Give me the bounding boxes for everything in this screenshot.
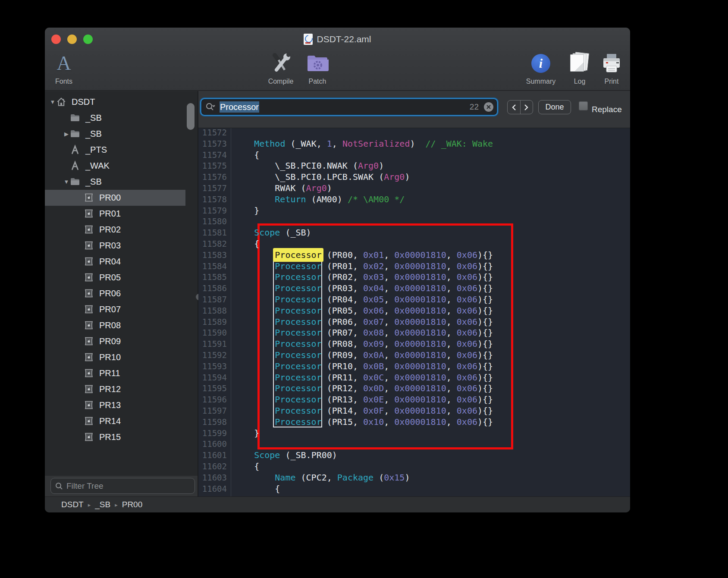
breadcrumb-item-sb[interactable]: _SB (95, 500, 110, 509)
code-line-11604[interactable]: 11604 { (198, 483, 630, 494)
sidebar-scrollbar-thumb[interactable] (187, 103, 195, 130)
code-line-11582[interactable]: 11582 { (198, 238, 630, 249)
code-line-11577[interactable]: 11577 RWAK (Arg0) (198, 182, 630, 194)
code-line-11603[interactable]: 11603 Name (CPC2, Package (0x15) (198, 472, 630, 483)
tree-item-pr09-15[interactable]: PR09 (45, 333, 198, 349)
tree-item-pr06-12[interactable]: PR06 (45, 286, 198, 302)
toolbar-compile-button[interactable]: Compile (263, 50, 299, 85)
tree-item-pr01-7[interactable]: PR01 (45, 206, 198, 222)
tree-item-pr11-17[interactable]: PR11 (45, 365, 198, 381)
code-line-11587[interactable]: 11587 Processor (PR04, 0x05, 0x00001810,… (198, 294, 630, 305)
code-line-11576[interactable]: 11576 \_SB.PCI0.LPCB.SWAK (Arg0) (198, 171, 630, 182)
replace-label: Replace (592, 91, 622, 128)
done-button[interactable]: Done (538, 100, 571, 114)
app-window: DSDT-22.aml A Fonts Compile (45, 28, 630, 512)
line-text: Processor (PR12, 0x0D, 0x00001810, 0x06)… (233, 383, 493, 394)
tree-item-pr10-16[interactable]: PR10 (45, 349, 198, 365)
tree-item-pr04-10[interactable]: PR04 (45, 254, 198, 270)
tree-item-pr00-6[interactable]: PR00 (45, 190, 185, 206)
toolbar-print-button[interactable]: Print (593, 50, 630, 85)
line-text: Processor (PR10, 0x0B, 0x00001810, 0x06)… (233, 361, 493, 372)
tree-item-pr15-21[interactable]: PR15 (45, 429, 198, 445)
tree-item-sb-5[interactable]: ▼_SB (45, 174, 198, 190)
toolbar-fonts-button[interactable]: A Fonts (46, 50, 82, 85)
code-line-11599[interactable]: 11599 } (198, 427, 630, 439)
code-area[interactable]: 1157211573 Method (_WAK, 1, NotSerialize… (198, 128, 630, 496)
line-text: Processor (PR11, 0x0C, 0x00001810, 0x06)… (233, 372, 493, 383)
namespace-tree: ▼DSDT_SB▶_SB_PTS_WAK▼_SBPR00PR01PR02PR03… (45, 91, 198, 476)
code-line-11584[interactable]: 11584 Processor (PR01, 0x02, 0x00001810,… (198, 261, 630, 272)
code-line-11590[interactable]: 11590 Processor (PR07, 0x08, 0x00001810,… (198, 327, 630, 338)
breadcrumb-item-dsdt[interactable]: DSDT (61, 500, 84, 509)
line-number: 11604 (198, 483, 227, 494)
tree-item-label: _SB (85, 129, 102, 139)
code-line-11597[interactable]: 11597 Processor (PR14, 0x0F, 0x00001810,… (198, 405, 630, 416)
disclosure-triangle[interactable]: ▶ (63, 131, 70, 137)
search-scope-icon[interactable] (206, 103, 215, 111)
tree-item-pr14-20[interactable]: PR14 (45, 413, 198, 429)
tree-item-dsdt-0[interactable]: ▼DSDT (45, 94, 198, 110)
clear-search-button[interactable] (484, 102, 493, 112)
tree-item-pr05-11[interactable]: PR05 (45, 270, 198, 286)
code-line-11588[interactable]: 11588 Processor (PR05, 0x06, 0x00001810,… (198, 305, 630, 316)
code-line-11593[interactable]: 11593 Processor (PR10, 0x0B, 0x00001810,… (198, 361, 630, 372)
method-icon (70, 160, 80, 171)
line-number: 11585 (198, 271, 227, 283)
find-next-button[interactable] (521, 101, 533, 114)
tree-item-pts-3[interactable]: _PTS (45, 142, 198, 158)
tree-item-sb-1[interactable]: _SB (45, 110, 198, 126)
code-line-11573[interactable]: 11573 Method (_WAK, 1, NotSerialized) //… (198, 138, 630, 149)
disclosure-triangle[interactable]: ▼ (49, 99, 56, 105)
code-line-11601[interactable]: 11601 Scope (_SB.PR00) (198, 449, 630, 461)
tree-item-pr07-13[interactable]: PR07 (45, 302, 198, 317)
breadcrumb: DSDT▸_SB▸PR00 (45, 496, 630, 512)
tree-item-sb-2[interactable]: ▶_SB (45, 126, 198, 142)
breadcrumb-item-pr00[interactable]: PR00 (122, 500, 143, 509)
match-count: 22 (470, 102, 479, 112)
tree-item-pr02-8[interactable]: PR02 (45, 222, 198, 238)
code-line-11585[interactable]: 11585 Processor (PR02, 0x03, 0x00001810,… (198, 271, 630, 283)
code-line-11575[interactable]: 11575 \_SB.PCI0.NWAK (Arg0) (198, 160, 630, 171)
code-line-11594[interactable]: 11594 Processor (PR11, 0x0C, 0x00001810,… (198, 372, 630, 383)
replace-checkbox[interactable] (579, 101, 588, 110)
find-query-text: Processor (220, 101, 259, 113)
code-line-11572[interactable]: 11572 (198, 128, 630, 138)
code-line-11580[interactable]: 11580 (198, 216, 630, 227)
line-text: { (233, 149, 259, 160)
code-line-11600[interactable]: 11600 (198, 438, 630, 449)
find-input[interactable]: Processor 22 (200, 98, 498, 116)
code-line-11592[interactable]: 11592 Processor (PR09, 0x0A, 0x00001810,… (198, 349, 630, 361)
code-line-11581[interactable]: 11581 Scope (_SB) (198, 227, 630, 238)
code-line-11586[interactable]: 11586 Processor (PR03, 0x04, 0x00001810,… (198, 283, 630, 294)
code-line-11595[interactable]: 11595 Processor (PR12, 0x0D, 0x00001810,… (198, 383, 630, 394)
toolbar-summary-button[interactable]: i Summary (523, 50, 559, 85)
line-number: 11603 (198, 472, 227, 483)
line-number: 11596 (198, 394, 227, 405)
folder-icon (70, 113, 80, 123)
tree-item-pr08-14[interactable]: PR08 (45, 317, 198, 333)
toolbar-patch-button[interactable]: Patch (299, 50, 336, 85)
code-line-11589[interactable]: 11589 Processor (PR06, 0x07, 0x00001810,… (198, 316, 630, 327)
line-text: Processor (PR01, 0x02, 0x00001810, 0x06)… (233, 261, 493, 272)
line-text: Method (_WAK, 1, NotSerialized) // _WAK:… (233, 138, 493, 149)
code-line-11574[interactable]: 11574 { (198, 149, 630, 160)
code-line-11598[interactable]: 11598 Processor (PR15, 0x10, 0x00001810,… (198, 416, 630, 427)
tree-item-pr03-9[interactable]: PR03 (45, 238, 198, 254)
code-line-11583[interactable]: 11583 Processor (PR00, 0x01, 0x00001810,… (198, 249, 630, 261)
tree-item-wak-4[interactable]: _WAK (45, 158, 198, 174)
toolbar-log-button[interactable]: Log (562, 50, 598, 85)
filter-tree-input[interactable]: Filter Tree (50, 478, 195, 494)
tree-item-pr12-18[interactable]: PR12 (45, 381, 198, 397)
line-text: Scope (_SB.PR00) (233, 449, 337, 461)
find-previous-button[interactable] (508, 101, 521, 114)
code-line-11591[interactable]: 11591 Processor (PR08, 0x09, 0x00001810,… (198, 338, 630, 349)
disclosure-triangle[interactable]: ▼ (63, 179, 70, 185)
code-line-11578[interactable]: 11578 Return (AM00) /* \AM00 */ (198, 194, 630, 205)
code-line-11602[interactable]: 11602 { (198, 461, 630, 472)
tree-item-pr13-19[interactable]: PR13 (45, 397, 198, 413)
chevron-right-icon (524, 104, 529, 111)
processor-icon (84, 209, 94, 218)
code-line-11579[interactable]: 11579 } (198, 205, 630, 216)
document-proxy-icon[interactable] (304, 34, 313, 45)
code-line-11596[interactable]: 11596 Processor (PR13, 0x0E, 0x00001810,… (198, 394, 630, 405)
